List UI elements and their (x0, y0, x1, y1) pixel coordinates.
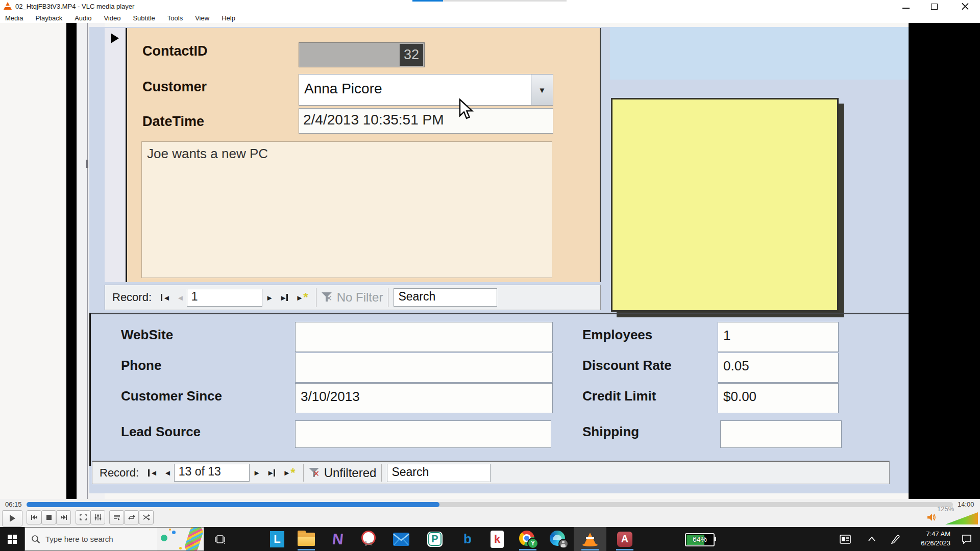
taskbar-red-k-app[interactable]: k (485, 527, 509, 551)
notes-textarea[interactable]: Joe wants a new PC (141, 141, 552, 278)
record-position-box[interactable]: 1 (187, 289, 262, 307)
menu-subtitle[interactable]: Subtitle (133, 14, 155, 22)
taskbar-mail[interactable] (389, 527, 413, 551)
search-highlight-image[interactable] (157, 528, 204, 550)
playlist-button[interactable] (109, 510, 124, 524)
volume-slider[interactable] (945, 512, 978, 524)
datetime-field[interactable]: 2/4/2013 10:35:51 PM (299, 108, 553, 134)
taskbar-snipping-tool[interactable]: ✂ (356, 527, 381, 551)
record-label: Record: (112, 291, 152, 304)
yellow-sticky-note[interactable] (611, 98, 839, 312)
loop-button[interactable] (124, 510, 139, 524)
shuffle-button[interactable] (139, 510, 154, 524)
menu-playback[interactable]: Playback (35, 14, 62, 22)
record-position-box[interactable]: 13 of 13 (174, 464, 250, 482)
taskbar-clock[interactable]: 7:47 AM 6/26/2023 (906, 530, 950, 548)
discount-rate-field[interactable]: 0.05 (718, 353, 839, 383)
next-button[interactable] (56, 510, 71, 524)
green-p-icon: P (427, 532, 443, 547)
bing-icon: b (463, 531, 472, 547)
stop-button[interactable] (41, 510, 56, 524)
battery-indicator[interactable]: 64% (685, 533, 715, 546)
volume-icon[interactable] (927, 513, 936, 521)
customer-since-field[interactable]: 3/10/2013 (295, 383, 553, 413)
news-icon (840, 535, 851, 544)
menu-tools[interactable]: Tools (167, 14, 183, 22)
taskbar-bing[interactable]: b (455, 527, 480, 551)
record-selector-column[interactable] (105, 28, 127, 282)
customer-dropdown-button[interactable]: ▼ (531, 74, 553, 105)
taskbar-file-explorer[interactable] (294, 527, 318, 551)
discount-rate-label: Discount Rate (582, 358, 672, 373)
restore-button[interactable] (931, 4, 938, 10)
subform-body: ContactID Customer DateTime 32 Anna Pico… (127, 28, 601, 282)
minimize-button[interactable] (902, 4, 910, 9)
menu-audio[interactable]: Audio (75, 14, 91, 22)
purple-n-icon: N (331, 531, 344, 548)
action-center-button[interactable] (955, 527, 978, 551)
next-record-button[interactable]: ► (253, 468, 260, 477)
taskbar-edge[interactable] (546, 527, 571, 551)
filter-state-label[interactable]: Unfiltered (324, 466, 377, 480)
red-k-icon: k (491, 531, 504, 548)
windows-ink-button[interactable] (886, 527, 904, 551)
first-record-button[interactable]: ◄ (148, 468, 157, 477)
website-field[interactable] (295, 322, 553, 352)
filter-icon[interactable]: ✕ (309, 468, 320, 478)
section-divider (89, 313, 909, 314)
tray-expand-button[interactable] (864, 527, 880, 551)
taskbar-app-l[interactable]: L (265, 527, 289, 551)
news-widget-button[interactable] (835, 527, 855, 551)
customer-label: Customer (142, 79, 207, 95)
task-view-button[interactable] (208, 527, 232, 551)
new-record-button[interactable]: ►* (296, 290, 307, 305)
top-progress-track (443, 0, 567, 2)
filter-icon[interactable]: ✕ (322, 292, 333, 303)
customer-combo[interactable]: Anna Picore ▼ (299, 74, 553, 106)
clock-date: 6/26/2023 (906, 539, 950, 548)
filter-state-label[interactable]: No Filter (337, 290, 383, 305)
fullscreen-button[interactable] (76, 510, 90, 524)
start-button[interactable] (0, 527, 24, 551)
new-record-button[interactable]: ►* (283, 466, 294, 480)
equalizer-button[interactable] (90, 510, 105, 524)
record-search-input[interactable]: Search (394, 288, 497, 307)
menu-video[interactable]: Video (104, 14, 120, 22)
battery-percent: 64% (686, 535, 714, 543)
taskbar-vlc-active[interactable] (574, 527, 606, 551)
taskbar-search[interactable]: Type here to search (24, 527, 204, 551)
taskbar-green-p-app[interactable]: P (423, 527, 447, 551)
menu-help[interactable]: Help (222, 14, 235, 22)
menu-view[interactable]: View (195, 14, 209, 22)
scrollbar-thumb[interactable] (86, 160, 88, 168)
record-search-input[interactable]: Search (387, 464, 491, 482)
taskbar-access[interactable]: A (612, 527, 637, 551)
seek-bar[interactable] (27, 502, 953, 507)
next-record-button[interactable]: ► (266, 293, 273, 302)
previous-button[interactable] (27, 510, 41, 524)
first-record-button[interactable]: ◄ (160, 293, 169, 302)
employees-field[interactable]: 1 (718, 322, 839, 352)
play-button[interactable] (2, 510, 22, 527)
running-indicator (616, 549, 633, 550)
shipping-combo[interactable] (720, 420, 842, 448)
lead-source-combo[interactable] (295, 420, 551, 448)
video-display[interactable]: WebSite Phone Customer Since 3/10/2013 L… (0, 23, 980, 499)
taskbar-purple-n-app[interactable]: N (326, 527, 350, 551)
elapsed-time: 06:15 (5, 500, 22, 508)
contactid-label: ContactID (142, 43, 208, 59)
credit-limit-field[interactable]: $0.00 (718, 383, 839, 413)
phone-field[interactable] (295, 353, 553, 383)
menu-media[interactable]: Media (5, 14, 23, 22)
last-record-button[interactable]: ► (267, 468, 276, 477)
running-indicator (581, 549, 599, 550)
last-record-button[interactable]: ► (280, 293, 289, 302)
access-icon: A (617, 532, 632, 547)
previous-record-button[interactable]: ◄ (177, 293, 183, 302)
credit-limit-label: Credit Limit (582, 388, 656, 404)
taskbar-chrome[interactable]: Y (516, 527, 540, 551)
contactid-field[interactable]: 32 (299, 42, 425, 67)
previous-record-button[interactable]: ◄ (164, 468, 170, 477)
close-button[interactable] (962, 3, 969, 10)
video-black-bar-left (66, 23, 77, 499)
